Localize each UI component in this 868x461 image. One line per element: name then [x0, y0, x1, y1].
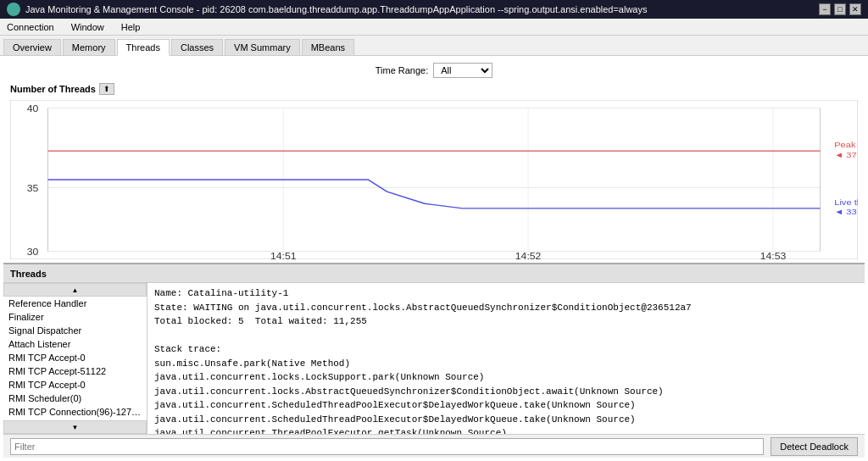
svg-text:◄ 33: ◄ 33	[834, 208, 857, 216]
thread-list-scroll-up[interactable]: ▲	[3, 283, 147, 297]
close-button[interactable]: ✕	[849, 3, 861, 15]
detail-line-9: java.util.concurrent.ScheduledThreadPool…	[154, 413, 858, 427]
title-bar-left: Java Monitoring & Management Console - p…	[7, 3, 648, 16]
thread-item-6[interactable]: RMI TCP Accept-0	[3, 378, 147, 392]
detail-line-6: java.util.concurrent.locks.LockSupport.p…	[154, 370, 858, 385]
svg-text:Live threads: Live threads	[834, 198, 858, 207]
detail-line-8: java.util.concurrent.ScheduledThreadPool…	[154, 398, 858, 413]
thread-list-panel: ▲ Reference Handler Finalizer Signal Dis…	[3, 283, 147, 434]
bottom-panel-body: ▲ Reference Handler Finalizer Signal Dis…	[3, 283, 865, 434]
svg-text:◄ 37: ◄ 37	[834, 150, 857, 158]
menu-window[interactable]: Window	[68, 20, 108, 34]
thread-item-5[interactable]: RMI TCP Accept-51122	[3, 364, 147, 378]
svg-text:14:52: 14:52	[515, 252, 542, 259]
chart-section: Number of Threads ⬆ 40 35 30	[3, 81, 865, 263]
thread-chart: 40 35 30	[10, 100, 858, 259]
detail-line-0: Name: Catalina-utility-1	[154, 286, 858, 301]
chart-header: Number of Threads ⬆	[3, 81, 865, 97]
title-bar-text: Java Monitoring & Management Console - p…	[25, 4, 648, 14]
title-bar: Java Monitoring & Management Console - p…	[0, 0, 868, 19]
time-range-bar: Time Range: All 1 min 5 min 10 min 30 mi…	[3, 59, 865, 81]
time-range-select[interactable]: All 1 min 5 min 10 min 30 min	[433, 63, 492, 78]
tab-mbeans[interactable]: MBeans	[302, 39, 354, 55]
svg-text:14:53: 14:53	[760, 252, 787, 259]
thread-list-scroll-down[interactable]: ▼	[3, 420, 147, 434]
detail-line-1: State: WAITING on java.util.concurrent.l…	[154, 301, 858, 315]
svg-text:35: 35	[27, 184, 39, 193]
detail-line-4: Stack trace:	[154, 342, 858, 357]
maximize-button[interactable]: □	[834, 3, 846, 15]
svg-text:Peak: Peak	[834, 141, 856, 149]
detail-line-3	[154, 329, 858, 343]
detail-line-2: Total blocked: 5 Total waited: 11,255	[154, 314, 858, 329]
svg-text:30: 30	[27, 247, 39, 257]
app-icon	[7, 3, 20, 16]
menu-bar: Connection Window Help	[0, 19, 868, 36]
thread-item-7[interactable]: RMI Scheduler(0)	[3, 392, 147, 405]
tab-vm-summary[interactable]: VM Summary	[225, 39, 300, 55]
tab-memory[interactable]: Memory	[63, 39, 115, 55]
thread-item-8[interactable]: RMI TCP Connection(96)-127.0.0.1	[3, 405, 147, 419]
svg-text:14:51: 14:51	[270, 252, 297, 259]
thread-detail-panel[interactable]: Name: Catalina-utility-1 State: WAITING …	[147, 283, 865, 434]
tab-overview[interactable]: Overview	[3, 39, 61, 55]
minimize-button[interactable]: −	[819, 3, 831, 15]
detail-line-10: java.util.concurrent.ThreadPoolExecutor.…	[154, 426, 858, 434]
detail-line-7: java.util.concurrent.locks.AbstractQueue…	[154, 385, 858, 399]
tab-bar: Overview Memory Threads Classes VM Summa…	[0, 36, 868, 56]
time-range-label: Time Range:	[376, 65, 429, 75]
thread-item-0[interactable]: Reference Handler	[3, 297, 147, 310]
menu-connection[interactable]: Connection	[3, 20, 58, 34]
thread-item-1[interactable]: Finalizer	[3, 310, 147, 324]
thread-item-2[interactable]: Signal Dispatcher	[3, 324, 147, 337]
detect-deadlock-button[interactable]: Detect Deadlock	[771, 437, 858, 456]
chart-wrapper: 40 35 30	[3, 97, 865, 263]
filter-input[interactable]	[10, 438, 764, 455]
thread-item-3[interactable]: Attach Listener	[3, 337, 147, 351]
bottom-footer: Detect Deadlock	[3, 434, 865, 458]
main-content: Time Range: All 1 min 5 min 10 min 30 mi…	[0, 56, 868, 461]
thread-item-4[interactable]: RMI TCP Accept-0	[3, 351, 147, 364]
thread-list-scroll[interactable]: Reference Handler Finalizer Signal Dispa…	[3, 297, 147, 420]
tab-classes[interactable]: Classes	[171, 39, 223, 55]
bottom-panel-title: Threads	[10, 269, 47, 279]
title-bar-controls: − □ ✕	[819, 3, 861, 15]
tab-threads[interactable]: Threads	[117, 39, 170, 56]
chart-title: Number of Threads	[10, 84, 96, 94]
bottom-panel: Threads ▲ Reference Handler Finalizer Si…	[3, 263, 865, 458]
chart-collapse-button[interactable]: ⬆	[99, 83, 114, 95]
detail-line-5: sun.misc.Unsafe.park(Native Method)	[154, 357, 858, 371]
svg-text:40: 40	[27, 104, 39, 114]
menu-help[interactable]: Help	[118, 20, 144, 34]
bottom-panel-header: Threads	[3, 264, 865, 283]
